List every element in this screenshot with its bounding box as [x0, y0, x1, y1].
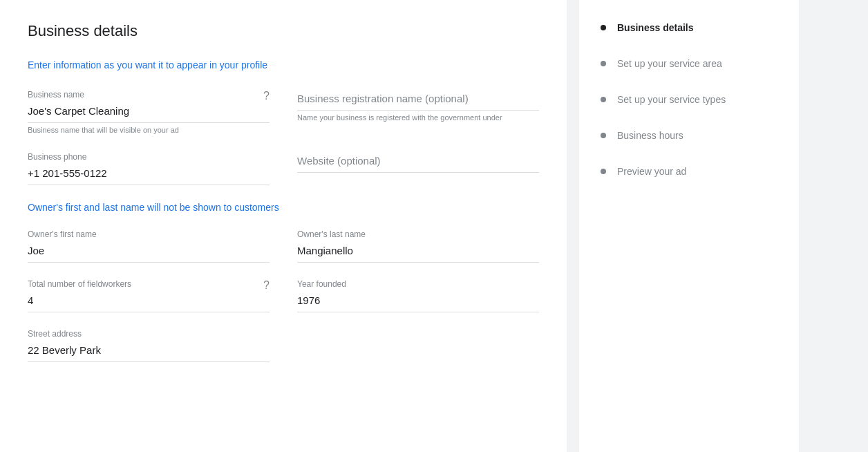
owner-last-label: Owner's last name [297, 229, 539, 239]
fieldworkers-label: Total number of fieldworkers [28, 279, 270, 289]
info-text: Enter information as you want it to appe… [28, 59, 539, 70]
business-name-input[interactable] [28, 102, 270, 123]
fieldworkers-group: Total number of fieldworkers ? [28, 279, 270, 312]
business-name-helper: Business name that will be visible on yo… [28, 126, 179, 134]
street-address-input[interactable] [28, 341, 270, 362]
sidebar-item-2[interactable]: Set up your service types [601, 94, 777, 105]
sidebar-item-0[interactable]: Business details [601, 22, 777, 33]
sidebar-nav: Business detailsSet up your service area… [601, 22, 777, 177]
street-address-label: Street address [28, 329, 539, 339]
sidebar-bullet-0 [601, 25, 606, 30]
page-title: Business details [28, 22, 539, 40]
sidebar-label-1: Set up your service area [617, 58, 722, 69]
fieldworkers-input[interactable] [28, 292, 270, 312]
year-founded-label: Year founded [297, 279, 539, 289]
business-phone-group: Business phone [28, 152, 270, 185]
owner-notice: Owner's first and last name will not be … [28, 202, 539, 213]
owner-last-group: Owner's last name [297, 229, 539, 263]
main-content: Business details Enter information as yo… [0, 0, 567, 452]
divider [567, 0, 578, 452]
business-reg-input[interactable] [297, 90, 539, 111]
sidebar-bullet-3 [601, 133, 606, 138]
street-address-group: Street address [28, 329, 539, 362]
owner-name-row: Owner's first name Owner's last name [28, 229, 539, 263]
owner-first-input[interactable] [28, 242, 270, 263]
business-name-help-icon[interactable]: ? [263, 90, 270, 102]
sidebar-item-1[interactable]: Set up your service area [601, 58, 777, 69]
business-name-row: Business name ? Business name that will … [28, 90, 539, 135]
year-founded-input[interactable] [297, 292, 539, 312]
sidebar-bullet-1 [601, 61, 606, 66]
sidebar: Business detailsSet up your service area… [578, 0, 799, 452]
sidebar-bullet-4 [601, 169, 606, 174]
sidebar-item-4[interactable]: Preview your ad [601, 166, 777, 177]
owner-first-label: Owner's first name [28, 229, 270, 239]
sidebar-bullet-2 [601, 97, 606, 102]
sidebar-item-3[interactable]: Business hours [601, 130, 777, 141]
business-phone-row: Business phone [28, 152, 539, 185]
sidebar-label-3: Business hours [617, 130, 683, 141]
sidebar-label-4: Preview your ad [617, 166, 686, 177]
business-phone-label: Business phone [28, 152, 270, 162]
website-input[interactable] [297, 152, 539, 173]
business-reg-helper: Name your business is registered with th… [297, 113, 502, 122]
sidebar-label-2: Set up your service types [617, 94, 726, 105]
fieldworkers-row: Total number of fieldworkers ? Year foun… [28, 279, 539, 312]
owner-last-input[interactable] [297, 242, 539, 263]
website-group [297, 152, 539, 185]
business-phone-input[interactable] [28, 164, 270, 185]
fieldworkers-help-icon[interactable]: ? [263, 279, 270, 292]
business-name-group: Business name ? Business name that will … [28, 90, 270, 135]
sidebar-label-0: Business details [617, 22, 694, 33]
street-address-section: Street address [28, 329, 539, 362]
business-reg-group: Name your business is registered with th… [297, 90, 539, 135]
year-founded-group: Year founded [297, 279, 539, 312]
business-name-label: Business name [28, 90, 270, 100]
owner-first-group: Owner's first name [28, 229, 270, 263]
